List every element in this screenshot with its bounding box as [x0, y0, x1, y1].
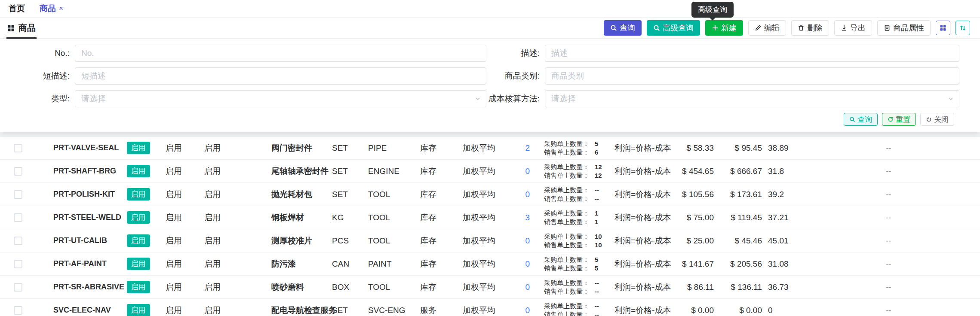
panel-reset-button[interactable]: 重置 [882, 113, 916, 126]
po-qty-label: 采购单上数量： [544, 140, 595, 148]
margin-value: 45.01 [765, 236, 800, 246]
extra-value: -- [800, 306, 980, 315]
row-checkbox[interactable] [14, 167, 22, 176]
list-price: $ 136.11 [717, 283, 765, 292]
po-qty-label: 采购单上数量： [544, 255, 595, 264]
uom: SET [329, 167, 357, 176]
product-no: PRT-AF-PAINT [36, 259, 122, 268]
grid-title-icon [7, 24, 15, 32]
row-checkbox[interactable] [14, 213, 22, 222]
product-no: PRT-UT-CALIB [36, 236, 122, 245]
table-row[interactable]: PRT-STEEL-WELD 启用 启用 启用 钢板焊材 KG TOOL 库存 … [0, 206, 980, 229]
table-row[interactable]: SVC-ELEC-NAV 启用 启用 启用 配电导航检查服务 SET SVC-E… [0, 299, 980, 316]
row-checkbox[interactable] [14, 190, 22, 199]
status-badge: 启用 [127, 258, 150, 270]
tab-product-label: 商品 [40, 3, 56, 14]
document-icon [884, 24, 891, 31]
category: TOOL [357, 236, 413, 246]
row-checkbox[interactable] [14, 144, 22, 152]
so-qty-label: 销售单上数量： [544, 148, 595, 157]
table-row[interactable]: PRT-AF-PAINT 启用 启用 启用 防污漆 CAN PAINT 库存 加… [0, 252, 980, 276]
stock-qty-link[interactable]: 0 [507, 236, 533, 246]
panel-query-button[interactable]: 查询 [844, 113, 878, 126]
toolbar: 商品 查询 高级查询 新建 编辑 删除 导出 商品属性 [0, 18, 980, 39]
profit-rule: 利润=价格-成本 [611, 212, 671, 223]
type-select[interactable] [75, 90, 486, 107]
profit-rule: 利润=价格-成本 [611, 258, 671, 270]
uom: KG [329, 213, 357, 222]
category-input[interactable] [545, 67, 959, 85]
extra-value: -- [800, 236, 980, 246]
po-qty-value: -- [595, 302, 599, 310]
stock-qty-link[interactable]: 0 [507, 167, 533, 176]
tab-close-icon[interactable]: × [59, 4, 63, 13]
so-qty-label: 销售单上数量： [544, 310, 595, 316]
stock-qty-link[interactable]: 0 [507, 283, 533, 292]
stock-qty-link[interactable]: 0 [507, 259, 533, 269]
tab-product[interactable]: 商品 × [40, 3, 63, 14]
stock-qty-link[interactable]: 2 [507, 143, 533, 153]
table-row[interactable]: PRT-UT-CALIB 启用 启用 启用 测厚校准片 PCS TOOL 库存 … [0, 229, 980, 252]
row-checkbox[interactable] [14, 306, 22, 315]
advanced-query-button[interactable]: 高级查询 [647, 20, 700, 36]
list-price: $ 119.45 [717, 213, 765, 222]
enabled-flag-3: 启用 [194, 166, 241, 177]
so-qty-label: 销售单上数量： [544, 264, 595, 273]
enabled-flag-3: 启用 [194, 189, 241, 200]
list-price: $ 205.56 [717, 259, 765, 269]
export-button[interactable]: 导出 [834, 20, 872, 36]
edit-button[interactable]: 编辑 [748, 20, 786, 36]
table-row[interactable]: PRT-SHAFT-BRG 启用 启用 启用 尾轴轴承密封件 SET ENGIN… [0, 160, 980, 183]
row-checkbox[interactable] [14, 237, 22, 245]
so-qty-value: -- [595, 287, 599, 296]
table-row[interactable]: PRT-SR-ABRASIVE 启用 启用 启用 喷砂磨料 BOX TOOL 库… [0, 276, 980, 299]
short-description-input[interactable] [75, 67, 486, 85]
enabled-flag-2: 启用 [155, 258, 194, 270]
costing-method-select[interactable] [545, 90, 959, 107]
enabled-flag-2: 启用 [155, 235, 194, 246]
stock-qty-link[interactable]: 3 [507, 213, 533, 222]
extra-value: -- [800, 259, 980, 269]
delete-button[interactable]: 删除 [791, 20, 829, 36]
enabled-flag-2: 启用 [155, 282, 194, 293]
enabled-flag-3: 启用 [194, 143, 241, 154]
po-qty-value: 1 [595, 209, 598, 218]
enabled-flag-3: 启用 [194, 282, 241, 293]
tab-home[interactable]: 首页 [9, 3, 25, 14]
product-no: PRT-POLISH-KIT [36, 190, 122, 199]
stock-qty-link[interactable]: 0 [507, 306, 533, 315]
costing-method: 加权平均 [447, 258, 507, 270]
po-qty-value: 5 [595, 140, 598, 148]
category: PIPE [357, 143, 413, 153]
profit-rule: 利润=价格-成本 [611, 189, 671, 200]
refresh-icon [888, 116, 894, 122]
row-checkbox[interactable] [14, 260, 22, 268]
category-label: 商品类别: [486, 70, 545, 82]
category: TOOL [357, 213, 413, 222]
order-quantities: 采购单上数量：-- 销售单上数量：-- [533, 302, 611, 316]
row-checkbox[interactable] [14, 283, 22, 292]
grid-view-icon [940, 24, 946, 31]
product-table: PRT-VALVE-SEAL 启用 启用 启用 阀门密封件 SET PIPE 库… [0, 136, 980, 316]
po-qty-value: -- [595, 279, 599, 287]
profit-rule: 利润=价格-成本 [611, 282, 671, 293]
enabled-flag-2: 启用 [155, 166, 194, 177]
description-input[interactable] [545, 45, 959, 62]
stock-qty-link[interactable]: 0 [507, 190, 533, 199]
so-qty-value: 1 [595, 218, 598, 226]
grid-view-toggle-button[interactable] [936, 21, 950, 35]
up-down-arrows-icon [959, 24, 966, 31]
no-input[interactable] [75, 45, 486, 62]
plus-icon [712, 24, 719, 31]
table-row[interactable]: PRT-POLISH-KIT 启用 启用 启用 抛光耗材包 SET TOOL 库… [0, 183, 980, 206]
status-badge: 启用 [127, 281, 150, 293]
product-name: 配电导航检查服务 [241, 305, 329, 316]
panel-close-button[interactable]: 关闭 [920, 113, 954, 126]
enabled-flag-3: 启用 [194, 212, 241, 223]
extra-value: -- [800, 167, 980, 176]
sort-toggle-button[interactable] [955, 21, 970, 35]
status-badge: 启用 [127, 142, 150, 154]
table-row[interactable]: PRT-VALVE-SEAL 启用 启用 启用 阀门密封件 SET PIPE 库… [0, 137, 980, 160]
product-attrs-button[interactable]: 商品属性 [877, 20, 931, 36]
query-button[interactable]: 查询 [604, 20, 642, 36]
